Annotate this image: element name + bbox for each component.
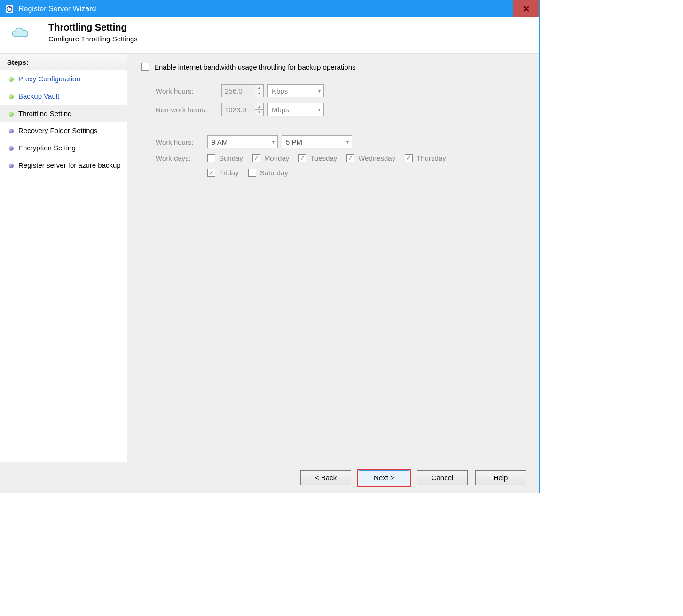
work-hours-bw-unit-select[interactable]: Kbps ▾ xyxy=(267,84,324,97)
step-encryption-setting[interactable]: Encryption Setting xyxy=(0,140,127,157)
close-icon: ✕ xyxy=(522,3,530,15)
day-tuesday: Tuesday xyxy=(298,154,337,162)
day-label: Thursday xyxy=(416,154,446,162)
step-pending-icon xyxy=(9,146,14,151)
steps-sidebar: Steps: Proxy Configuration Backup Vault … xyxy=(0,54,127,462)
day-monday-checkbox[interactable] xyxy=(252,154,260,162)
step-label: Register server for azure backup xyxy=(18,161,121,170)
work-hours-start-select[interactable]: 9 AM ▾ xyxy=(207,135,278,148)
work-hours-bw-label: Work hours: xyxy=(156,87,221,95)
day-saturday-checkbox[interactable] xyxy=(248,169,256,177)
page-title: Throttling Setting xyxy=(48,22,138,33)
day-label: Friday xyxy=(219,169,239,177)
app-icon xyxy=(5,5,14,13)
day-saturday: Saturday xyxy=(248,169,288,177)
page-header: Throttling Setting Configure Throttling … xyxy=(0,17,539,53)
chevron-down-icon: ▾ xyxy=(346,140,349,145)
wizard-footer: < Back Next > Cancel Help xyxy=(0,462,539,493)
nonwork-hours-bw-unit-select[interactable]: Mbps ▾ xyxy=(267,103,324,116)
work-hours-end-select[interactable]: 5 PM ▾ xyxy=(282,135,352,148)
step-register-server-for-azure-backup[interactable]: Register server for azure backup xyxy=(0,157,127,174)
main-panel: Enable internet bandwidth usage throttli… xyxy=(127,54,539,462)
day-tuesday-checkbox[interactable] xyxy=(298,154,306,162)
step-label: Recovery Folder Settings xyxy=(18,126,121,135)
enable-throttling-checkbox[interactable] xyxy=(141,63,149,71)
work-days-row: Work days: Sunday Monday xyxy=(156,154,525,177)
nonwork-hours-bw-value: 1023.0 xyxy=(225,106,246,114)
day-wednesday: Wednesday xyxy=(346,154,395,162)
step-backup-vault[interactable]: Backup Vault xyxy=(0,88,127,105)
back-button[interactable]: < Back xyxy=(300,470,351,485)
step-label: Backup Vault xyxy=(18,92,121,101)
work-hours-bw-input[interactable]: 256.0 ▲▼ xyxy=(221,84,264,97)
throttling-options: Work hours: 256.0 ▲▼ Kbps ▾ Non-work hou… xyxy=(156,84,525,177)
step-label: Encryption Setting xyxy=(18,144,121,153)
day-label: Saturday xyxy=(260,169,288,177)
day-sunday: Sunday xyxy=(207,154,243,162)
step-recovery-folder-settings[interactable]: Recovery Folder Settings xyxy=(0,122,127,140)
work-hours-time-row: Work hours: 9 AM ▾ 5 PM ▾ xyxy=(156,135,525,148)
spinner-icon[interactable]: ▲▼ xyxy=(255,103,263,116)
day-friday-checkbox[interactable] xyxy=(207,169,215,177)
work-hours-bandwidth-row: Work hours: 256.0 ▲▼ Kbps ▾ xyxy=(156,84,525,97)
cancel-button[interactable]: Cancel xyxy=(417,470,468,485)
close-button[interactable]: ✕ xyxy=(513,0,539,17)
chevron-down-icon: ▾ xyxy=(318,107,321,112)
work-days-label: Work days: xyxy=(156,154,207,162)
steps-header: Steps: xyxy=(0,54,127,70)
wizard-window: Register Server Wizard ✕ Throttling Sett… xyxy=(0,0,540,493)
work-hours-bw-value: 256.0 xyxy=(225,87,243,95)
chevron-down-icon: ▾ xyxy=(318,88,321,94)
work-hours-time-label: Work hours: xyxy=(156,138,207,146)
nonwork-hours-bandwidth-row: Non-work hours: 1023.0 ▲▼ Mbps ▾ xyxy=(156,103,525,116)
step-label: Throttling Setting xyxy=(18,109,121,118)
day-thursday: Thursday xyxy=(405,154,446,162)
body: Steps: Proxy Configuration Backup Vault … xyxy=(0,53,539,462)
nonwork-hours-bw-input[interactable]: 1023.0 ▲▼ xyxy=(221,103,264,116)
nonwork-hours-bw-label: Non-work hours: xyxy=(156,106,221,114)
nonwork-hours-bw-unit: Mbps xyxy=(272,106,289,114)
chevron-down-icon: ▾ xyxy=(272,140,275,145)
work-hours-start-value: 9 AM xyxy=(212,138,228,146)
enable-throttling-row: Enable internet bandwidth usage throttli… xyxy=(141,63,525,71)
day-label: Monday xyxy=(264,154,289,162)
step-done-icon xyxy=(9,94,14,99)
step-done-icon xyxy=(9,77,14,82)
day-wednesday-checkbox[interactable] xyxy=(346,154,354,162)
step-proxy-configuration[interactable]: Proxy Configuration xyxy=(0,70,127,88)
day-label: Tuesday xyxy=(310,154,337,162)
step-throttling-setting[interactable]: Throttling Setting xyxy=(0,105,127,123)
day-thursday-checkbox[interactable] xyxy=(405,154,413,162)
window-title: Register Server Wizard xyxy=(18,5,513,13)
cloud-icon xyxy=(9,25,31,39)
step-label: Proxy Configuration xyxy=(18,75,121,84)
day-label: Wednesday xyxy=(358,154,395,162)
day-friday: Friday xyxy=(207,169,239,177)
enable-throttling-label: Enable internet bandwidth usage throttli… xyxy=(154,63,356,71)
day-label: Sunday xyxy=(219,154,243,162)
work-hours-bw-unit: Kbps xyxy=(272,87,288,95)
divider xyxy=(156,125,525,125)
day-sunday-checkbox[interactable] xyxy=(207,154,215,162)
next-button[interactable]: Next > xyxy=(359,470,409,485)
step-pending-icon xyxy=(9,164,14,168)
step-pending-icon xyxy=(9,129,14,133)
title-bar: Register Server Wizard ✕ xyxy=(0,0,539,17)
work-hours-end-value: 5 PM xyxy=(286,138,302,146)
spinner-icon[interactable]: ▲▼ xyxy=(255,85,263,97)
day-monday: Monday xyxy=(252,154,289,162)
page-subtitle: Configure Throttling Settings xyxy=(48,35,138,43)
help-button[interactable]: Help xyxy=(475,470,526,485)
step-current-icon xyxy=(9,112,14,117)
